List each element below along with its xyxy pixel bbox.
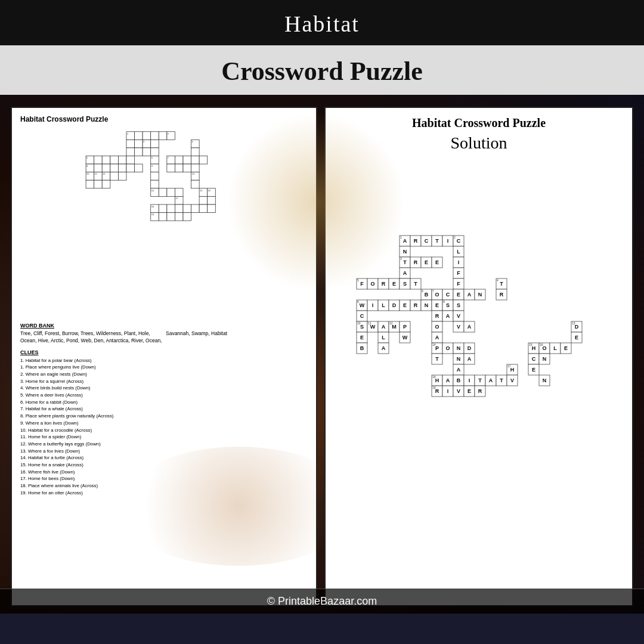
svg-rect-8 xyxy=(126,140,135,148)
svg-text:A: A xyxy=(403,238,407,244)
svg-rect-25 xyxy=(118,156,126,164)
svg-rect-56 xyxy=(118,172,126,181)
svg-text:R: R xyxy=(435,313,439,319)
svg-rect-77 xyxy=(208,196,216,205)
svg-rect-16 xyxy=(135,148,143,156)
svg-text:S: S xyxy=(360,324,364,330)
svg-text:E: E xyxy=(467,388,471,394)
svg-text:12: 12 xyxy=(103,172,105,175)
svg-text:C: C xyxy=(532,356,536,362)
svg-text:T: T xyxy=(435,356,439,362)
svg-text:7: 7 xyxy=(432,289,434,293)
svg-rect-84 xyxy=(191,205,200,213)
svg-rect-23 xyxy=(102,156,110,164)
svg-text:2: 2 xyxy=(454,236,456,239)
svg-rect-3 xyxy=(143,132,151,140)
svg-rect-24 xyxy=(110,156,119,164)
svg-text:A: A xyxy=(467,292,472,298)
svg-text:N: N xyxy=(457,345,461,351)
page-title: Habitat xyxy=(284,11,360,36)
svg-text:N: N xyxy=(457,356,461,362)
solution-subtitle: Solution xyxy=(451,134,507,153)
svg-text:E: E xyxy=(392,281,396,287)
svg-text:N: N xyxy=(543,356,547,362)
svg-text:A: A xyxy=(382,324,386,330)
svg-text:E: E xyxy=(564,345,568,351)
svg-rect-61 xyxy=(94,180,103,188)
svg-rect-83 xyxy=(183,205,191,213)
svg-text:19: 19 xyxy=(151,213,154,216)
svg-text:T: T xyxy=(478,377,482,383)
svg-text:M: M xyxy=(392,324,397,330)
svg-text:4: 4 xyxy=(497,278,499,282)
svg-text:8: 8 xyxy=(357,300,359,304)
svg-text:I: I xyxy=(469,377,470,383)
svg-text:6: 6 xyxy=(422,289,423,293)
svg-text:A: A xyxy=(446,313,450,319)
svg-text:E: E xyxy=(457,292,460,298)
svg-text:W: W xyxy=(370,324,376,330)
svg-text:A: A xyxy=(446,377,450,383)
svg-text:A: A xyxy=(467,356,472,362)
svg-rect-48 xyxy=(191,164,200,172)
svg-text:L: L xyxy=(382,335,385,340)
svg-text:A: A xyxy=(457,367,461,373)
svg-rect-15 xyxy=(126,148,135,156)
svg-text:I: I xyxy=(458,259,460,265)
svg-text:C: C xyxy=(360,313,364,319)
svg-text:T: T xyxy=(435,238,439,244)
svg-rect-39 xyxy=(110,164,119,172)
svg-text:E: E xyxy=(403,302,407,308)
svg-rect-90 xyxy=(167,213,175,221)
clues-label: CLUES xyxy=(20,349,308,355)
header-subtitle: Crossword Puzzle xyxy=(0,45,644,95)
svg-text:W: W xyxy=(360,302,365,308)
solution-grid: .sc { fill: white; stroke: #444; stroke-… xyxy=(335,160,623,597)
svg-text:P: P xyxy=(435,345,439,351)
svg-text:B: B xyxy=(360,345,364,351)
svg-text:R: R xyxy=(414,238,418,244)
svg-rect-33 xyxy=(183,156,191,164)
svg-text:11: 11 xyxy=(95,172,97,175)
svg-text:D: D xyxy=(467,345,472,351)
word-bank-list: Tree, Cliff, Forest, Burrow, Trees, Wild… xyxy=(20,330,308,345)
footer: © PrintableBazaar.com xyxy=(0,589,644,614)
svg-rect-41 xyxy=(126,164,135,172)
svg-rect-12 xyxy=(151,140,159,148)
svg-rect-80 xyxy=(159,205,167,213)
svg-text:F: F xyxy=(457,270,460,276)
svg-rect-89 xyxy=(159,213,167,221)
svg-text:L: L xyxy=(553,345,557,351)
svg-text:13: 13 xyxy=(192,172,194,175)
svg-text:10: 10 xyxy=(86,172,89,175)
svg-text:6: 6 xyxy=(151,156,153,159)
svg-rect-37 xyxy=(94,164,103,172)
svg-text:5: 5 xyxy=(86,156,88,159)
svg-rect-55 xyxy=(110,172,119,181)
svg-text:I: I xyxy=(447,238,449,244)
svg-text:P: P xyxy=(403,324,407,330)
svg-text:E: E xyxy=(360,335,364,340)
svg-text:O: O xyxy=(435,292,439,298)
svg-text:A: A xyxy=(435,335,439,340)
svg-rect-34 xyxy=(199,156,208,164)
svg-rect-67 xyxy=(159,188,167,197)
svg-text:B: B xyxy=(457,377,461,383)
svg-text:N: N xyxy=(543,377,547,383)
svg-text:H: H xyxy=(532,345,536,351)
footer-text: © PrintableBazaar.com xyxy=(267,595,377,607)
svg-text:R: R xyxy=(382,281,386,287)
svg-text:I: I xyxy=(447,388,449,394)
svg-text:15: 15 xyxy=(200,189,202,192)
svg-rect-27 xyxy=(191,156,200,164)
svg-text:T: T xyxy=(414,281,417,287)
svg-text:7: 7 xyxy=(168,156,169,159)
svg-text:N: N xyxy=(403,249,407,255)
svg-text:9: 9 xyxy=(151,165,153,168)
svg-text:W: W xyxy=(402,335,408,340)
svg-text:8: 8 xyxy=(86,165,88,168)
svg-text:L: L xyxy=(457,249,460,255)
header-top: Habitat xyxy=(0,0,644,45)
svg-rect-32 xyxy=(175,156,183,164)
svg-text:L: L xyxy=(382,302,385,308)
